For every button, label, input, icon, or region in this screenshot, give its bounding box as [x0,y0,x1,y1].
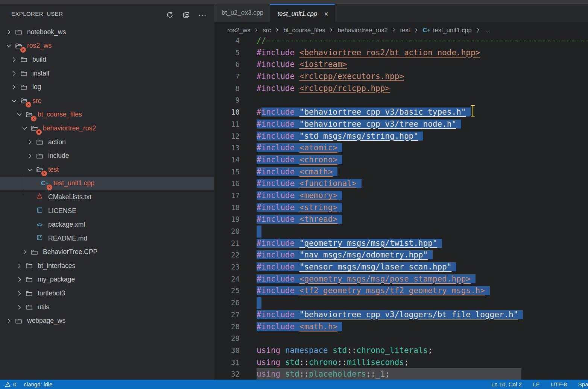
line-content: #include "geometry_msgs/msg/twist.hpp" [240,238,437,250]
code-line-14[interactable]: 14#include <chrono> [214,154,588,166]
chevron-right-icon[interactable] [4,28,14,36]
tree-item-cmakelists-txt[interactable]: CMakeLists.txt [0,190,214,204]
code-line-27[interactable]: 27#include "behaviortree_cpp_v3/loggers/… [214,309,588,321]
horizontal-scrollbar[interactable] [257,368,521,380]
tree-item-bt-interfaces[interactable]: bt_interfaces [0,259,214,273]
code-line-25[interactable]: 25#include <tf2_geometry_msgs/tf2_geomet… [214,285,588,297]
folder-icon [35,151,44,160]
breadcrumb-item-test-unit1-cpp[interactable]: C+test_unit1.cpp [422,27,472,34]
breadcrumb-item-behaviortree-ros2[interactable]: behaviortree_ros2 [337,27,387,34]
line-number: 16 [214,178,240,190]
tree-item-bt-course-files[interactable]: ×bt_course_files [0,108,214,122]
code-line-23[interactable]: 23#include "sensor_msgs/msg/laser_scan.h… [214,261,588,273]
eol-indicator[interactable]: LF [533,381,540,387]
code-line-26[interactable]: 26 [214,297,588,309]
chevron-right-icon[interactable] [14,303,24,311]
tree-item-notebook-ws[interactable]: notebook_ws [0,25,214,39]
breadcrumb-item-src[interactable]: src [263,27,271,34]
code-line-31[interactable]: 31using std::chrono::milliseconds; [214,357,588,369]
close-tab-icon[interactable]: × [324,11,328,17]
indentation-indicator[interactable]: Spac [578,381,588,387]
encoding-indicator[interactable]: UTF-8 [551,381,567,387]
breadcrumb-item--[interactable]: ... [484,27,489,34]
collapse-folders-icon[interactable] [180,9,191,20]
code-line-11[interactable]: 11#include "behaviortree_cpp_v3/tree_nod… [214,118,588,130]
chevron-right-icon[interactable] [20,248,29,256]
chevron-down-icon[interactable] [14,110,24,119]
code-line-18[interactable]: 18#include <string> [214,202,588,214]
code-line-20[interactable]: 20 [214,226,588,238]
tree-item-test-unit1-cpp[interactable]: C+×test_unit1.cpp [0,177,214,191]
explorer-sidebar: EXPLORER: USER ··· notebook_ws×ros2_wsbu… [0,4,214,380]
clangd-status[interactable]: clangd: idle [24,381,52,387]
breadcrumb-separator-icon [476,27,480,33]
problems-indicator[interactable]: 0 [5,381,16,387]
tree-item-turtlebot3[interactable]: turtlebot3 [0,286,214,300]
tree-item-label: BehaviorTree.CPP [42,248,97,256]
chevron-down-icon[interactable] [25,165,35,174]
folder-icon [14,316,23,325]
tree-item-ros2-ws[interactable]: ×ros2_ws [0,39,214,53]
code-line-7[interactable]: 7#include <rclcpp/executors.hpp> [214,71,588,83]
tree-item-action[interactable]: action [0,135,214,149]
tree-item-license[interactable]: LICENSE [0,204,214,218]
code-line-22[interactable]: 22#include "nav_msgs/msg/odometry.hpp" [214,249,588,261]
breadcrumb-item-ros2-ws[interactable]: ros2_ws [227,27,250,34]
editor-group[interactable]: bt_u2_ex3.cpptest_unit1.cpp× ros2_wssrcb… [214,4,588,380]
chevron-right-icon[interactable] [14,289,24,298]
code-line-21[interactable]: 21#include "geometry_msgs/msg/twist.hpp" [214,238,588,250]
chevron-right-icon[interactable] [9,69,19,77]
error-badge: × [20,47,26,53]
code-line-5[interactable]: 5#include <behaviortree_ros2/bt_action_n… [214,47,588,59]
code-line-24[interactable]: 24#include <geometry_msgs/msg/pose_stamp… [214,273,588,285]
code-line-9[interactable]: 9 [214,94,588,106]
chevron-down-icon[interactable] [4,42,14,50]
chevron-down-icon[interactable] [9,97,19,105]
tree-item-build[interactable]: build [0,53,214,67]
folder-open-icon: × [14,41,23,50]
code-line-29[interactable]: 29 [214,333,588,345]
chevron-right-icon[interactable] [25,138,35,146]
code-line-19[interactable]: 19#include <thread> [214,213,588,226]
chevron-right-icon[interactable] [4,317,14,325]
breadcrumb-item-test[interactable]: test [400,27,410,34]
folder-icon [19,55,29,64]
code-line-6[interactable]: 6#include <iostream> [214,59,588,71]
tree-item-test[interactable]: ×test [0,163,214,177]
tree-item-behaviortree-cpp[interactable]: BehaviorTree.CPP [0,245,214,259]
chevron-right-icon[interactable] [9,83,19,91]
code-line-28[interactable]: 28#include <math.h> [214,321,588,333]
more-actions-icon[interactable]: ··· [197,9,208,20]
chevron-right-icon[interactable] [14,262,24,270]
tree-item-utils[interactable]: utils [0,300,214,314]
refresh-explorer-icon[interactable] [164,9,175,20]
tab-test-unit1-cpp[interactable]: test_unit1.cpp× [270,4,335,23]
code-line-8[interactable]: 8#include <rclcpp/rclcpp.hpp> [214,83,588,95]
tree-item-include[interactable]: include [0,149,214,163]
tree-item-my-package[interactable]: my_package [0,273,214,287]
tree-item-label: bt_interfaces [37,262,75,270]
tree-item-log[interactable]: log [0,80,214,94]
tree-item-behaviortree-ros2[interactable]: ×behaviortree_ros2 [0,121,214,135]
code-area[interactable]: 4//-------------------------------------… [214,35,588,380]
tree-item-webpage-ws[interactable]: webpage_ws [0,314,214,328]
code-line-30[interactable]: 30using namespace std::chrono_literals; [214,345,588,357]
chevron-right-icon[interactable] [25,152,35,160]
cursor-position[interactable]: Ln 10, Col 2 [491,381,522,387]
tree-item-package-xml[interactable]: <>package.xml [0,218,214,232]
chevron-right-icon[interactable] [9,55,19,64]
code-line-10[interactable]: 10#include "behaviortree_cpp_v3/basic_ty… [214,106,588,118]
code-line-16[interactable]: 16#include <functional> [214,178,588,190]
code-line-12[interactable]: 12#include "std_msgs/msg/string.hpp" [214,130,588,142]
chevron-down-icon[interactable] [20,124,29,132]
breadcrumb-item-bt-course-files[interactable]: bt_course_files [283,27,325,34]
tab-bt-u2-ex3-cpp[interactable]: bt_u2_ex3.cpp [214,4,270,22]
code-line-4[interactable]: 4//-------------------------------------… [214,35,588,47]
code-line-15[interactable]: 15#include <cmath> [214,166,588,178]
code-line-13[interactable]: 13#include <atomic> [214,142,588,154]
tree-item-install[interactable]: install [0,67,214,80]
chevron-right-icon[interactable] [14,275,24,284]
tree-item-readme-md[interactable]: README.md [0,232,214,245]
code-line-17[interactable]: 17#include <memory> [214,190,588,202]
tree-item-src[interactable]: ×src [0,94,214,108]
